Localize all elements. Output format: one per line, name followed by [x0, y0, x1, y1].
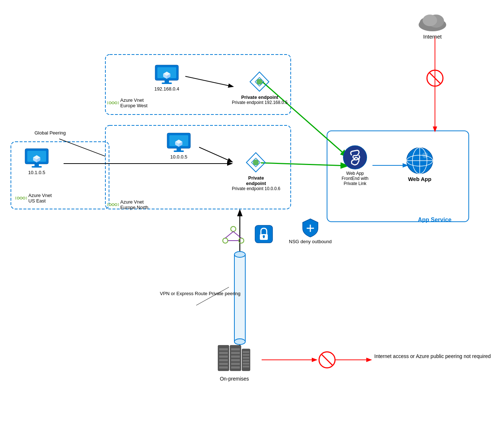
vm-europe-west-icon: 192.168.0.4 [154, 64, 180, 92]
app-service-label: App Service [418, 217, 451, 223]
svg-point-62 [112, 204, 114, 206]
svg-rect-96 [231, 348, 240, 350]
vm-us-east-icon: 10.1.0.5 [24, 147, 50, 175]
vnet-europe-west-label: Azure VnetEurope West [107, 97, 148, 108]
global-peering-label: Global Peering [35, 130, 66, 136]
svg-rect-89 [219, 348, 228, 350]
pe-europe-north-icon: Private endpoint Private endpoint 10.0.0… [232, 151, 280, 191]
vm-europe-west-ip-label: 192.168.0.4 [154, 86, 180, 92]
vnet-europe-north-label: Azure VnetEurope North [107, 199, 148, 210]
svg-line-4 [185, 76, 233, 87]
vpn-cylinder [233, 247, 247, 350]
svg-rect-92 [219, 359, 228, 361]
svg-rect-99 [231, 359, 240, 361]
web-app-frontend-label: Web AppFrontEnd withPrivate Link [342, 171, 368, 186]
svg-point-61 [109, 204, 111, 206]
vnet-europe-north-text: Azure VnetEurope North [120, 199, 148, 210]
pe-europe-north-ip-label: Private endpoint 10.0.0.6 [232, 186, 280, 191]
pe-europe-west-label: Private endpoint [241, 95, 278, 100]
svg-point-33 [257, 79, 262, 85]
svg-line-13 [59, 139, 105, 156]
vpn-gateway-icon [254, 225, 273, 244]
web-app-icon: Web App [405, 146, 434, 182]
svg-rect-104 [243, 354, 249, 356]
nsg-label: NSG deny outbound [289, 239, 332, 244]
web-app-label: Web App [408, 176, 431, 182]
svg-point-77 [239, 238, 244, 243]
svg-rect-97 [231, 352, 240, 354]
vpn-label-text: VPN or Express Route Private peering [160, 291, 241, 296]
svg-point-34 [109, 102, 111, 104]
on-premises-label: On-premises [220, 376, 249, 382]
svg-point-23 [423, 15, 437, 26]
svg-rect-85 [234, 254, 245, 342]
svg-rect-29 [165, 80, 169, 83]
internet-label: Internet [423, 33, 442, 40]
svg-point-72 [422, 152, 428, 158]
svg-rect-57 [174, 150, 184, 152]
svg-rect-84 [263, 236, 265, 238]
svg-point-36 [115, 102, 117, 104]
svg-point-63 [115, 204, 117, 206]
pe-europe-north-bold-label: Private [248, 175, 264, 181]
vm-europe-north-icon: 10.0.0.5 [166, 132, 192, 160]
vm-us-east-ip-label: 10.1.0.5 [28, 170, 45, 175]
internet-access-text: Internet access or Azure public peering … [374, 353, 491, 359]
vnet-europe-west-text: Azure VnetEurope West [120, 97, 148, 108]
svg-rect-101 [231, 366, 240, 369]
svg-rect-106 [243, 360, 249, 362]
internet-access-label: Internet access or Azure public peering … [374, 353, 491, 359]
svg-rect-44 [35, 164, 39, 166]
svg-rect-98 [231, 355, 240, 358]
diagram-container: Internet 192.168.0.4 Private endpoint [0, 0, 504, 426]
pe-europe-west-icon: Private endpoint Private endpoint 192.16… [232, 70, 287, 105]
vnet-us-east-label: Azure VnetUS East [15, 193, 52, 204]
on-premises-icon: On-premises [216, 342, 253, 382]
svg-point-75 [231, 226, 236, 232]
svg-line-5 [199, 147, 232, 162]
svg-point-86 [234, 252, 245, 257]
svg-rect-30 [162, 83, 172, 84]
svg-line-19 [196, 287, 229, 305]
svg-line-78 [225, 232, 233, 238]
svg-point-46 [17, 197, 19, 199]
svg-rect-45 [32, 166, 42, 168]
svg-rect-100 [231, 363, 240, 365]
svg-point-60 [253, 160, 259, 165]
svg-rect-93 [219, 363, 228, 365]
svg-rect-56 [177, 148, 181, 150]
svg-line-79 [233, 232, 241, 238]
svg-line-17 [321, 354, 333, 366]
svg-point-48 [23, 197, 25, 199]
svg-rect-90 [219, 352, 228, 354]
internet-cloud-icon: Internet [416, 10, 449, 40]
svg-point-76 [223, 238, 228, 243]
svg-rect-103 [243, 351, 249, 353]
svg-line-12 [429, 72, 441, 84]
pe-europe-west-ip-label: Private endpoint 192.168.0.5 [232, 100, 287, 105]
svg-rect-94 [219, 366, 228, 369]
vpn-label: VPN or Express Route Private peering [160, 291, 241, 296]
svg-rect-105 [243, 357, 249, 359]
svg-point-35 [112, 102, 114, 104]
svg-rect-91 [219, 355, 228, 358]
svg-point-11 [427, 70, 443, 86]
vm-europe-north-ip-label: 10.0.0.5 [170, 154, 188, 160]
svg-point-47 [20, 197, 22, 199]
nsg-icon: NSG deny outbound [289, 218, 332, 244]
vnet-us-east-text: Azure VnetUS East [28, 193, 52, 204]
vpn-triangle-icon [222, 225, 245, 245]
pe-europe-north-bold-label2: endpoint [246, 181, 266, 186]
svg-rect-107 [243, 363, 249, 365]
web-app-frontend-icon: Web AppFrontEnd withPrivate Link [342, 145, 368, 186]
svg-point-16 [319, 352, 335, 368]
svg-rect-108 [243, 366, 249, 367]
